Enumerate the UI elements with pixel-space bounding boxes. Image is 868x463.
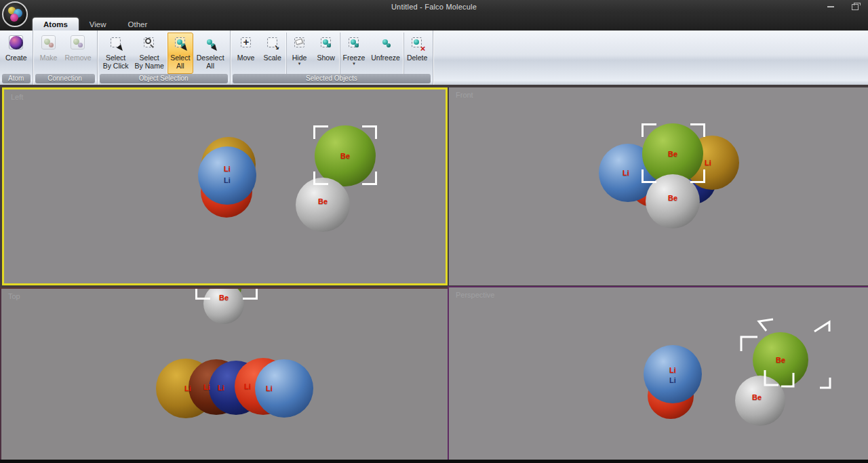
minimize-icon: [827, 6, 834, 7]
atom-sphere-li: [255, 359, 313, 418]
viewport-label: Top: [8, 292, 20, 300]
ribbon-group-selected-objects: +Move↘ScaleHide▾ShowFreeze▾Unfreeze×Dele…: [231, 31, 434, 85]
atom-label: Be: [318, 197, 328, 205]
make-connection-icon: [39, 34, 59, 53]
viewport-area: LeftLiLiBeBe FrontLiLiBeBe TopBeLiLiLiLi…: [0, 85, 868, 463]
atom-label: Li: [266, 384, 273, 392]
ribbon-group-label: Selected Objects: [233, 74, 431, 83]
create-label: Create: [5, 54, 27, 62]
ribbon-group-atom: CreateAtom: [0, 31, 33, 85]
minimize-button[interactable]: [827, 6, 834, 7]
atom-label: Li: [224, 165, 231, 173]
delete-label: Delete: [407, 54, 427, 62]
move-button[interactable]: +Move: [233, 33, 259, 74]
selection-bracket: [642, 123, 705, 183]
select-all-icon: [170, 34, 191, 53]
restore-icon: [852, 4, 859, 10]
scale-label: Scale: [263, 54, 281, 62]
viewport-label: Front: [456, 91, 473, 99]
tab-atoms[interactable]: Atoms: [33, 18, 79, 31]
hide-dropdown-arrow-icon[interactable]: ▾: [298, 62, 301, 66]
deselect-all-label: DeselectAll: [197, 54, 224, 70]
viewport-label: Left: [11, 93, 23, 101]
select-all-label: SelectAll: [170, 54, 190, 70]
remove-button[interactable]: Remove: [62, 33, 94, 74]
atom-sphere-li: [198, 146, 256, 205]
bracket-corner: [642, 123, 656, 137]
show-icon: [316, 34, 336, 53]
bracket-corner: [690, 169, 705, 183]
bracket-corner: [195, 287, 210, 300]
ribbon-group-label: Atom: [2, 74, 31, 83]
scale-icon: ↘: [262, 34, 283, 53]
deselect-all-icon: [200, 34, 220, 53]
selection-bracket: [313, 125, 377, 185]
bracket-corner: [243, 287, 258, 300]
remove-label: Remove: [65, 54, 92, 62]
unfreeze-label: Unfreeze: [371, 54, 400, 62]
delete-icon: ×: [407, 34, 427, 53]
bracket-corner: [690, 123, 705, 137]
bracket-corner: [313, 172, 328, 185]
hide-icon: [290, 34, 310, 53]
atom-label: Li: [705, 159, 711, 167]
tab-view[interactable]: View: [79, 18, 117, 31]
show-button[interactable]: Show: [313, 33, 339, 74]
tab-other[interactable]: Other: [117, 18, 159, 31]
unfreeze-button[interactable]: Unfreeze: [368, 33, 403, 74]
bracket-corner: [313, 125, 328, 139]
window-title: Untitled - Falco Molecule: [391, 3, 477, 11]
ribbon-tab-strip: AtomsViewOther: [0, 14, 868, 31]
restore-button[interactable]: [852, 4, 859, 10]
bracket-corner: [642, 169, 656, 183]
atom-label: Be: [668, 194, 677, 202]
move-icon: +: [236, 34, 256, 53]
freeze-icon: [344, 34, 364, 53]
select-by-click-button[interactable]: SelectBy Click: [100, 33, 132, 74]
scale-button[interactable]: ↘Scale: [260, 33, 285, 74]
freeze-button[interactable]: Freeze▾: [340, 33, 368, 74]
selection-bracket: [195, 287, 258, 300]
selection-bracket-3d: [449, 287, 868, 460]
atom-label: Li: [244, 382, 251, 390]
app-logo-icon[interactable]: [2, 1, 28, 27]
select-by-name-icon: [139, 34, 159, 53]
atom-label: Li: [623, 169, 629, 177]
select-by-name-label: SelectBy Name: [135, 54, 164, 70]
ribbon: CreateAtomMakeRemoveConnectionSelectBy C…: [0, 31, 868, 85]
ribbon-group-object-selection: SelectBy ClickSelectBy NameSelectAllDese…: [98, 31, 231, 85]
select-by-name-button[interactable]: SelectBy Name: [132, 33, 167, 74]
create-button[interactable]: Create: [3, 33, 30, 74]
bracket-corner: [362, 125, 377, 139]
app-window: Untitled - Falco Molecule AtomsViewOther…: [0, 0, 868, 463]
viewport-top[interactable]: TopBeLiLiLiLiLi: [0, 287, 448, 460]
unfreeze-icon: [376, 34, 396, 53]
make-button[interactable]: Make: [36, 33, 62, 74]
remove-connection-icon: [68, 34, 88, 53]
ribbon-group-connection: MakeRemoveConnection: [33, 31, 98, 85]
viewport-left[interactable]: LeftLiLiBeBe: [2, 87, 448, 285]
window-controls: [827, 0, 859, 14]
bracket-corner: [362, 172, 377, 185]
select-all-button[interactable]: SelectAll: [167, 33, 193, 74]
freeze-dropdown-arrow-icon[interactable]: ▾: [353, 62, 355, 66]
hide-button[interactable]: Hide▾: [286, 33, 313, 74]
title-bar: Untitled - Falco Molecule: [0, 0, 868, 14]
atom-label: Li: [184, 384, 191, 392]
select-by-click-label: SelectBy Click: [103, 54, 129, 70]
delete-button[interactable]: ×Delete: [403, 33, 430, 74]
create-atom-icon: [6, 34, 26, 53]
ribbon-group-label: Connection: [35, 74, 95, 83]
atom-label: Li: [218, 384, 224, 392]
deselect-all-button[interactable]: DeselectAll: [194, 33, 227, 74]
ribbon-group-label: Object Selection: [100, 74, 228, 83]
viewport-front[interactable]: FrontLiLiBeBe: [449, 87, 868, 285]
viewport-perspective[interactable]: PerspectiveLiLiBeBe: [448, 286, 868, 460]
atom-label-secondary: Li: [224, 176, 231, 184]
make-label: Make: [40, 54, 58, 62]
atom-label: Li: [203, 383, 210, 391]
show-label: Show: [317, 54, 334, 62]
move-label: Move: [237, 54, 255, 62]
select-by-click-icon: [106, 34, 126, 53]
